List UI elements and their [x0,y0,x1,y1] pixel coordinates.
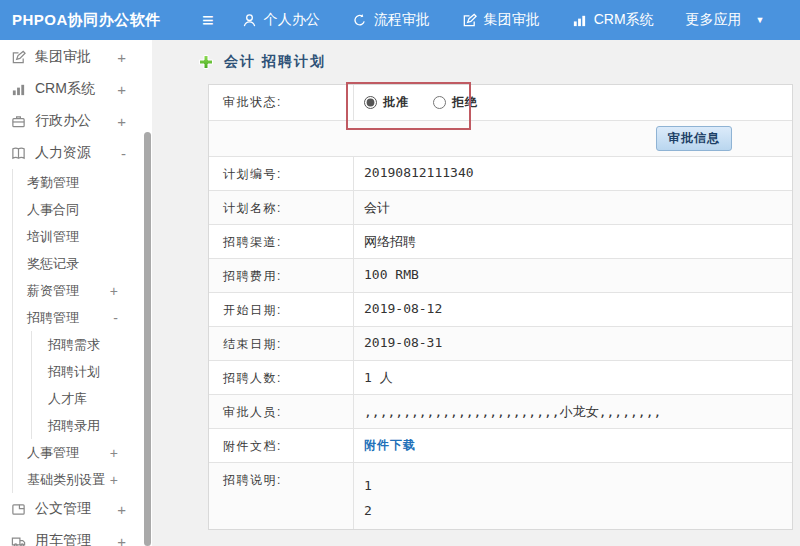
sidebar-item-base-category-settings[interactable]: 基础类别设置 + [13,466,152,493]
expand-toggle[interactable]: + [117,113,152,130]
sidebar-scrollbar[interactable] [144,132,151,546]
topnav-label: 集团审批 [484,11,540,29]
field-label: 审批状态: [209,85,354,120]
topbar: PHPOA协同办公软件 ≡ 个人办公 流程审批 [0,0,800,40]
expand-toggle[interactable]: + [117,81,152,98]
sidebar-item-personnel-mgmt[interactable]: 人事管理 + [13,439,152,466]
document-icon [10,501,26,517]
attachment-download-link[interactable]: 附件下载 [364,438,416,452]
table-row-description: 招聘说明: 1 2 [209,463,792,529]
sidebar-item-label: CRM系统 [35,80,95,98]
table-row-recruitment-channel: 招聘渠道: 网络招聘 [209,225,792,259]
sidebar-item-label: 考勤管理 [27,174,79,192]
hr-submenu: 考勤管理 人事合同 培训管理 奖惩记录 薪资管理 + 招聘管理 - 招聘需求 [12,169,152,493]
sidebar-item-document-mgmt[interactable]: 公文管理 + [0,493,152,525]
sidebar-item-label: 培训管理 [27,228,79,246]
sidebar-item-group-approval[interactable]: 集团审批 + [0,41,152,73]
field-value: 2019-08-31 [354,327,792,360]
expand-toggle[interactable]: + [117,49,152,66]
sidebar-item-salary-mgmt[interactable]: 薪资管理 + [13,277,152,304]
sidebar-item-training-mgmt[interactable]: 培训管理 [13,223,152,250]
topnav-personal-office[interactable]: 个人办公 [242,11,320,29]
sidebar-item-label: 奖惩记录 [27,255,79,273]
field-value: 网络招聘 [354,225,792,258]
sidebar-item-crm-system[interactable]: CRM系统 + [0,73,152,105]
table-row-end-date: 结束日期: 2019-08-31 [209,327,792,361]
sidebar-item-label: 人事管理 [27,444,79,462]
field-label: 审批人员: [209,395,354,428]
recruitment-submenu: 招聘需求 招聘计划 人才库 招聘录用 [31,331,152,439]
sidebar-item-recruitment-mgmt[interactable]: 招聘管理 - [13,304,152,331]
field-value: 100 RMB [354,259,792,292]
field-label: 结束日期: [209,327,354,360]
menu-icon[interactable]: ≡ [188,0,228,40]
reject-radio-label[interactable]: 拒绝 [452,94,478,111]
caret-down-icon[interactable]: ▼ [756,15,765,25]
sidebar-item-reward-punishment[interactable]: 奖惩记录 [13,250,152,277]
field-label: 招聘说明: [209,463,354,529]
approval-info-button[interactable]: 审批信息 [656,126,732,151]
sidebar-item-admin-office[interactable]: 行政办公 + [0,105,152,137]
topnav-label: CRM系统 [594,11,654,29]
topnav-group-approval[interactable]: 集团审批 [462,11,540,29]
field-label: 招聘费用: [209,259,354,292]
approval-status-row: 审批状态: 批准 拒绝 [209,85,792,121]
sidebar-item-label: 招聘计划 [48,363,100,381]
reject-radio[interactable] [433,96,446,109]
field-label: 附件文档: [209,429,354,462]
approval-status-value: 批准 拒绝 [354,85,792,120]
sidebar-item-label: 集团审批 [35,48,91,66]
sidebar-item-label: 招聘管理 [27,309,79,327]
user-icon [242,13,257,28]
topnav-more-apps[interactable]: 更多应用 [686,11,742,29]
sidebar-item-talent-pool[interactable]: 人才库 [32,385,152,412]
sidebar-item-label: 人才库 [48,390,87,408]
table-row-recruitment-cost: 招聘费用: 100 RMB [209,259,792,293]
table-row-plan-name: 计划名称: 会计 [209,191,792,225]
field-value: 1 人 [354,361,792,394]
field-label: 计划名称: [209,191,354,224]
sidebar-item-human-resources[interactable]: 人力资源 - [0,137,152,169]
sidebar-item-recruitment-demand[interactable]: 招聘需求 [32,331,152,358]
topnav-label: 流程审批 [374,11,430,29]
field-label: 招聘人数: [209,361,354,394]
sidebar-item-label: 招聘需求 [48,336,100,354]
topnav-label: 个人办公 [264,11,320,29]
approve-radio-label[interactable]: 批准 [383,94,409,111]
field-value: 会计 [354,191,792,224]
green-plus-icon [198,54,214,70]
topnav-process-approval[interactable]: 流程审批 [352,11,430,29]
top-navigation: 个人办公 流程审批 集团审批 [242,11,765,29]
description-cell: 1 2 [354,463,792,529]
book-icon [10,145,26,161]
approve-radio[interactable] [364,96,377,109]
compose-icon [462,13,477,28]
page-header: 会计 招聘计划 [152,40,800,84]
sidebar-item-label: 行政办公 [35,112,91,130]
table-row-plan-number: 计划编号: 20190812111340 [209,157,792,191]
compose-icon [10,49,26,65]
sidebar-item-label: 用车管理 [35,532,91,546]
field-label: 计划编号: [209,157,354,190]
process-arrow-icon [352,13,367,28]
approval-info-row: 审批信息 [209,121,792,157]
sidebar-item-attendance-mgmt[interactable]: 考勤管理 [13,169,152,196]
sidebar-item-label: 招聘录用 [48,417,100,435]
sidebar-item-recruitment-hiring[interactable]: 招聘录用 [32,412,152,439]
sidebar-item-label: 人事合同 [27,201,79,219]
sidebar-item-recruitment-plan[interactable]: 招聘计划 [32,358,152,385]
attachment-cell: 附件下载 [354,429,792,462]
bar-chart-icon [572,13,587,28]
briefcase-icon [10,113,26,129]
sidebar: 集团审批 + CRM系统 + 行政办公 + [0,40,152,546]
recruitment-plan-table: 审批状态: 批准 拒绝 审批信息 计划编号: 20190812111340 计划… [208,84,793,530]
description-line: 2 [364,498,786,523]
description-line: 1 [364,473,786,498]
sidebar-item-vehicle-mgmt[interactable]: 用车管理 + [0,525,152,546]
topnav-crm-system[interactable]: CRM系统 [572,11,654,29]
field-value: 2019-08-12 [354,293,792,326]
sidebar-item-hr-contract[interactable]: 人事合同 [13,196,152,223]
page-title: 会计 招聘计划 [224,53,326,71]
table-row-approvers: 审批人员: ,,,,,,,,,,,,,,,,,,,,,,,,,小龙女,,,,,,… [209,395,792,429]
truck-icon [10,533,26,546]
